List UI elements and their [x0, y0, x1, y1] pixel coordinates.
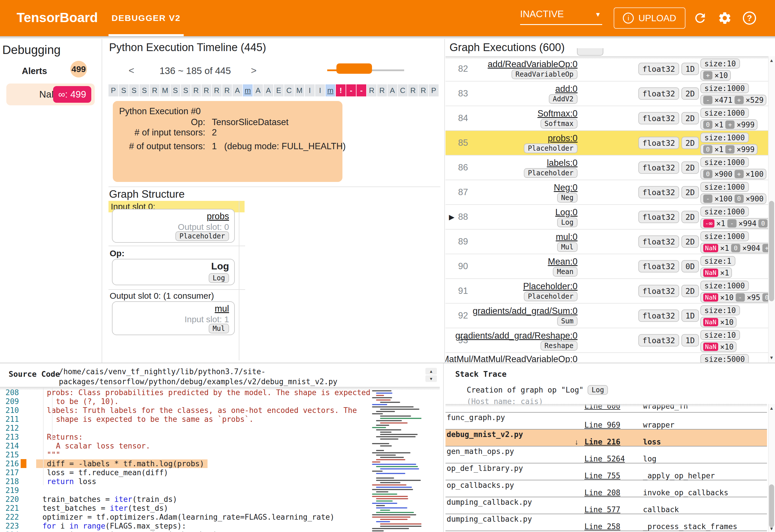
timeline-slider-thumb[interactable]	[336, 63, 372, 74]
timeline-tick[interactable]: C	[284, 84, 294, 96]
stack-line-link[interactable]: Line 5264	[584, 455, 625, 463]
tensor-name-link[interactable]: Placeholder:0	[523, 281, 578, 292]
minimap-line	[380, 402, 400, 403]
help-icon[interactable]: ?	[742, 10, 757, 26]
tensor-name-link[interactable]: d/MatMul/MatMul/ReadVariableOp:0	[446, 354, 578, 363]
timeline-tick[interactable]: !	[336, 84, 345, 96]
timeline-tick[interactable]: C	[398, 84, 408, 96]
graph-execution-row[interactable]: ▶88Log:0Logfloat322Dsize:1000-∞×1-×9940×…	[446, 204, 768, 229]
graph-execution-row[interactable]: 92gradients/add_grad/Sum:0Sumfloat321Dsi…	[446, 303, 768, 328]
scroll-up-icon[interactable]: ▲	[768, 58, 775, 63]
graph-execution-row[interactable]: 85probs:0Placeholderfloat322Dsize:10000×…	[446, 130, 768, 155]
timeline-tick[interactable]: R	[191, 84, 201, 96]
stack-frame[interactable]: dumping_callback.pyLine 258_process_stac…	[446, 514, 767, 531]
scroll-up-icon[interactable]: ▲	[768, 406, 775, 411]
tensor-name-link[interactable]: gradients/add_grad/Reshape:0	[455, 331, 578, 341]
timeline-tick[interactable]: P	[429, 84, 439, 96]
graph-executions-scroll-thumb[interactable]	[769, 201, 774, 301]
timeline-tick[interactable]: R	[419, 84, 428, 96]
timeline-tick[interactable]: R	[222, 84, 232, 96]
timeline-tick[interactable]: A	[232, 84, 242, 96]
graph-execution-row[interactable]: 87Neg:0Negfloat322Dsize:1000-×1000×900	[446, 180, 768, 204]
graph-execution-row[interactable]: 93gradients/add_grad/Reshape:0Reshapeflo…	[446, 328, 768, 352]
timeline-tick[interactable]: m	[243, 84, 252, 96]
stack-scroll-thumb[interactable]	[769, 484, 774, 527]
stack-line-link[interactable]: Line 216	[584, 438, 620, 446]
stepper-down-icon[interactable]: ▼	[426, 375, 437, 382]
tensor-name-link[interactable]: Mean:0	[548, 257, 578, 267]
timeline-prev-button[interactable]: <	[129, 65, 134, 76]
graph-execution-row[interactable]: 84Softmax:0Softmaxfloat322Dsize:10000×1+…	[446, 106, 768, 130]
timeline-tick[interactable]: R	[408, 84, 418, 96]
stack-frame[interactable]: dumping_callback.pyLine 577callback	[446, 497, 767, 514]
tensor-name-link[interactable]: probs:0	[548, 133, 578, 143]
timeline-tick[interactable]: R	[212, 84, 221, 96]
stack-frame[interactable]: op_def_library.pyLine 755_apply_op_helpe…	[446, 463, 767, 480]
line-number: 218	[0, 477, 21, 486]
timeline-tick[interactable]: R	[150, 84, 160, 96]
timeline-tick[interactable]: S	[139, 84, 149, 96]
stack-frame[interactable]: debug_mnist_v2.py↓Line 216loss	[446, 430, 767, 446]
settings-gear-icon[interactable]	[717, 10, 733, 26]
graph-execution-row-partial[interactable]: d/MatMul/MatMul/ReadVariableOp:0size:500…	[446, 352, 768, 363]
stack-line-link[interactable]: Line 208	[584, 488, 620, 497]
scroll-down-icon[interactable]: ▼	[768, 355, 775, 360]
tensor-name-link[interactable]: add:0	[555, 84, 578, 94]
tensor-name-link[interactable]: gradients/add_grad/Sum:0	[473, 306, 578, 316]
timeline-tick[interactable]: S	[129, 84, 139, 96]
graph-execution-row[interactable]: 91Placeholder:0Placeholderfloat322Dsize:…	[446, 278, 768, 303]
graph-execution-row[interactable]: 82add/ReadVariableOp:0ReadVariableOpfloa…	[446, 56, 768, 81]
graph-execution-row[interactable]: 83add:0AddV2float322Dsize:1000-×471+×529	[446, 81, 768, 106]
timeline-tick[interactable]: A	[388, 84, 397, 96]
timeline-tick[interactable]: M	[160, 84, 170, 96]
timeline-next-button[interactable]: >	[251, 65, 257, 76]
timeline-tick[interactable]: m	[325, 84, 335, 96]
timeline-tick[interactable]: P	[108, 84, 118, 96]
timeline-tick[interactable]: -	[346, 84, 356, 96]
minimap-line	[376, 399, 391, 401]
timeline-tick[interactable]: R	[377, 84, 387, 96]
stack-line-link[interactable]: Line 258	[584, 522, 620, 531]
timeline-tick[interactable]: -	[356, 84, 366, 96]
graph-execution-row[interactable]: 86labels:0Placeholderfloat322Dsize:10000…	[446, 155, 768, 180]
timeline-tick[interactable]: S	[181, 84, 191, 96]
timeline-tick[interactable]: R	[201, 84, 211, 96]
code-minimap[interactable]	[371, 388, 422, 532]
stack-frame[interactable]: op_callbacks.pyLine 208invoke_op_callbac…	[446, 480, 767, 497]
stack-frame[interactable]: func_graph.pyLine 969wrapper	[446, 413, 767, 430]
stack-line-link[interactable]: Line 969	[584, 421, 620, 429]
stack-file-name: debug_mnist_v2.py	[447, 430, 523, 439]
graph-execution-row[interactable]: 89mul:0Mulfloat322Dsize:1000NaN×10×904+×…	[446, 229, 768, 254]
timeline-tick[interactable]: I	[305, 84, 314, 96]
output-node-link[interactable]: mul	[215, 304, 229, 314]
tensor-name-link[interactable]: mul:0	[556, 232, 578, 242]
minimap-line	[372, 484, 407, 486]
stack-frame[interactable]: gen_math_ops.pyLine 5264log	[446, 446, 767, 463]
tensor-name-link[interactable]: add/ReadVariableOp:0	[488, 59, 578, 69]
timeline-tick[interactable]: S	[119, 84, 129, 96]
tensor-name-link[interactable]: Neg:0	[554, 182, 578, 193]
timeline-tick[interactable]: I	[315, 84, 325, 96]
timeline-tick[interactable]: A	[253, 84, 263, 96]
tensor-name-link[interactable]: labels:0	[547, 158, 578, 168]
stack-line-link[interactable]: Line 755	[584, 471, 620, 480]
timeline-tick[interactable]: R	[367, 84, 376, 96]
run-status-dropdown[interactable]: INACTIVE ▼	[520, 9, 602, 25]
timeline-tick[interactable]: S	[170, 84, 180, 96]
timeline-tick[interactable]: M	[294, 84, 304, 96]
scroll-down-icon[interactable]: ▼	[768, 526, 775, 531]
tensor-name-link[interactable]: Log:0	[555, 207, 578, 218]
size-chip: size:1000	[700, 182, 749, 192]
graph-execution-row[interactable]: 90Mean:0Meanfloat320Dsize:1NaN×1	[446, 254, 768, 278]
input-node-link[interactable]: probs	[207, 211, 229, 222]
stepper-up-icon[interactable]: ▲	[426, 368, 437, 374]
alert-filter-nan-inf[interactable]: NaN/ ∞: 499	[6, 84, 95, 105]
refresh-icon[interactable]	[692, 10, 708, 26]
tensor-name-link[interactable]: Softmax:0	[537, 108, 578, 119]
timeline-tick[interactable]: A	[263, 84, 273, 96]
tab-debugger-v2[interactable]: DEBUGGER V2	[108, 0, 184, 36]
stack-line-link[interactable]: Line 577	[584, 505, 620, 514]
upload-button[interactable]: i UPLOAD	[614, 7, 685, 29]
timeline-tick[interactable]: E	[274, 84, 283, 96]
expand-arrow-icon[interactable]: ▶	[449, 213, 455, 221]
